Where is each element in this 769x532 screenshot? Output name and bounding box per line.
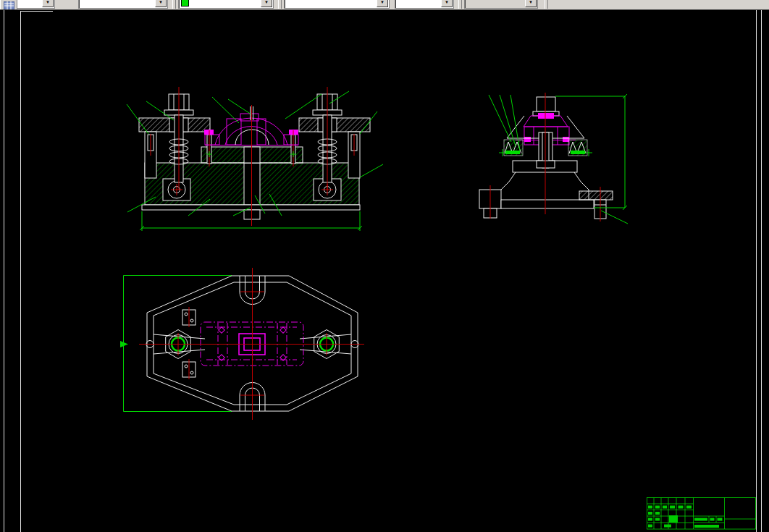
lineweight-combo[interactable]: ▼ (395, 0, 454, 9)
toolbar-grip[interactable] (545, 0, 548, 9)
chevron-down-icon[interactable]: ▼ (155, 0, 167, 7)
color-combo[interactable]: ▼ (178, 0, 274, 9)
toolbar-grip[interactable] (278, 0, 282, 9)
drawing-canvas[interactable] (0, 0, 769, 532)
object-properties-toolbar: ▼ ▼ ▼ ▼ ▼ ▼ (0, 0, 769, 10)
model-space-background (0, 9, 769, 532)
toolbar-grip[interactable] (172, 0, 176, 9)
layer-manager-button[interactable] (0, 0, 17, 10)
chevron-down-icon[interactable]: ▼ (441, 0, 453, 7)
layer-combo[interactable]: ▼ (78, 0, 168, 9)
chevron-down-icon[interactable]: ▼ (42, 0, 54, 7)
toolbar-grip[interactable] (458, 0, 462, 9)
chevron-down-icon[interactable]: ▼ (261, 0, 272, 7)
layers-icon (4, 1, 14, 9)
color-swatch (181, 0, 189, 7)
plotstyle-combo[interactable]: ▼ (464, 0, 538, 9)
chevron-down-icon[interactable]: ▼ (525, 0, 537, 7)
linetype-combo[interactable]: ▼ (284, 0, 390, 9)
chevron-down-icon[interactable]: ▼ (377, 0, 388, 7)
